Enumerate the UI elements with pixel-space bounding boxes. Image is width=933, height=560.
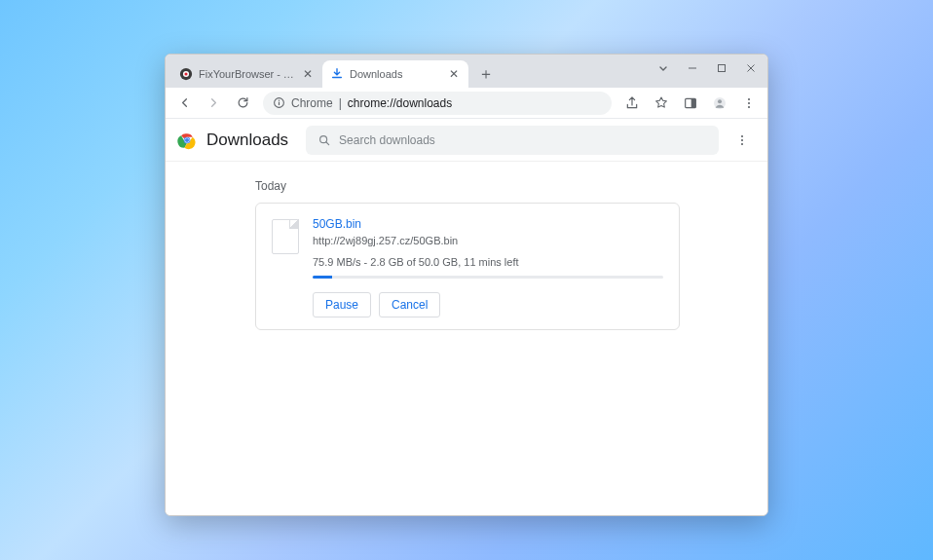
new-tab-button[interactable]: ＋ bbox=[474, 62, 498, 86]
tab-search-button[interactable] bbox=[649, 56, 678, 80]
close-icon[interactable]: ✕ bbox=[301, 67, 315, 81]
maximize-button[interactable] bbox=[707, 56, 736, 80]
page-title: Downloads bbox=[206, 131, 288, 150]
forward-button[interactable] bbox=[201, 91, 226, 116]
minimize-button[interactable] bbox=[678, 56, 707, 80]
svg-line-20 bbox=[326, 141, 329, 144]
favicon-site-icon bbox=[179, 67, 193, 81]
side-panel-icon[interactable] bbox=[678, 91, 703, 116]
svg-point-18 bbox=[185, 137, 189, 141]
svg-rect-7 bbox=[279, 100, 280, 101]
cancel-button[interactable]: Cancel bbox=[379, 292, 440, 317]
close-window-button[interactable] bbox=[736, 56, 765, 80]
download-progress-bar bbox=[313, 276, 332, 279]
close-icon[interactable]: ✕ bbox=[447, 67, 461, 81]
svg-point-11 bbox=[718, 99, 722, 103]
tab-inactive[interactable]: FixYourBrowser - Your Trusted G... ✕ bbox=[171, 60, 322, 88]
tab-title: Downloads bbox=[350, 68, 441, 80]
pause-button[interactable]: Pause bbox=[313, 292, 371, 317]
download-info: 50GB.bin http://2wj89gj.257.cz/50GB.bin … bbox=[313, 217, 663, 317]
chrome-menu-icon[interactable] bbox=[736, 91, 762, 116]
url-prefix: Chrome bbox=[291, 96, 333, 110]
window-controls bbox=[649, 56, 765, 80]
browser-window: FixYourBrowser - Your Trusted G... ✕ Dow… bbox=[165, 54, 768, 516]
search-icon bbox=[317, 133, 331, 147]
url-path: chrome://downloads bbox=[348, 96, 452, 110]
svg-point-14 bbox=[748, 105, 750, 107]
toolbar: Chrome | chrome://downloads bbox=[166, 88, 767, 119]
download-item: 50GB.bin http://2wj89gj.257.cz/50GB.bin … bbox=[255, 203, 680, 330]
url-separator: | bbox=[339, 96, 342, 110]
svg-point-13 bbox=[748, 101, 750, 103]
chrome-logo-icon bbox=[177, 131, 197, 150]
tab-active[interactable]: Downloads ✕ bbox=[322, 60, 468, 88]
search-input[interactable] bbox=[339, 133, 707, 147]
search-downloads[interactable] bbox=[306, 126, 719, 155]
section-label-today: Today bbox=[255, 179, 767, 193]
svg-rect-6 bbox=[279, 102, 280, 105]
svg-rect-4 bbox=[719, 65, 726, 72]
svg-point-22 bbox=[741, 138, 743, 140]
svg-point-23 bbox=[741, 142, 743, 144]
bookmark-icon[interactable] bbox=[649, 91, 674, 116]
more-actions-icon[interactable] bbox=[728, 127, 756, 154]
file-icon bbox=[272, 219, 299, 254]
back-button[interactable] bbox=[171, 91, 197, 116]
svg-rect-9 bbox=[691, 98, 696, 107]
svg-point-12 bbox=[748, 97, 750, 99]
tab-title: FixYourBrowser - Your Trusted G... bbox=[199, 68, 295, 80]
svg-point-21 bbox=[741, 134, 743, 136]
download-progress bbox=[313, 276, 663, 279]
share-icon[interactable] bbox=[619, 91, 645, 116]
download-icon bbox=[330, 67, 344, 81]
address-bar[interactable]: Chrome | chrome://downloads bbox=[263, 92, 612, 115]
download-source-url: http://2wj89gj.257.cz/50GB.bin bbox=[313, 235, 663, 246]
profile-icon[interactable] bbox=[707, 91, 732, 116]
download-status: 75.9 MB/s - 2.8 GB of 50.0 GB, 11 mins l… bbox=[313, 256, 663, 268]
tabstrip: FixYourBrowser - Your Trusted G... ✕ Dow… bbox=[166, 55, 767, 88]
downloads-header: Downloads bbox=[166, 119, 767, 162]
svg-point-2 bbox=[184, 72, 187, 75]
download-actions: Pause Cancel bbox=[313, 292, 663, 317]
site-info-icon[interactable] bbox=[273, 96, 285, 109]
download-filename[interactable]: 50GB.bin bbox=[313, 217, 663, 231]
downloads-content: Today 50GB.bin http://2wj89gj.257.cz/50G… bbox=[166, 162, 767, 515]
reload-button[interactable] bbox=[230, 91, 255, 116]
